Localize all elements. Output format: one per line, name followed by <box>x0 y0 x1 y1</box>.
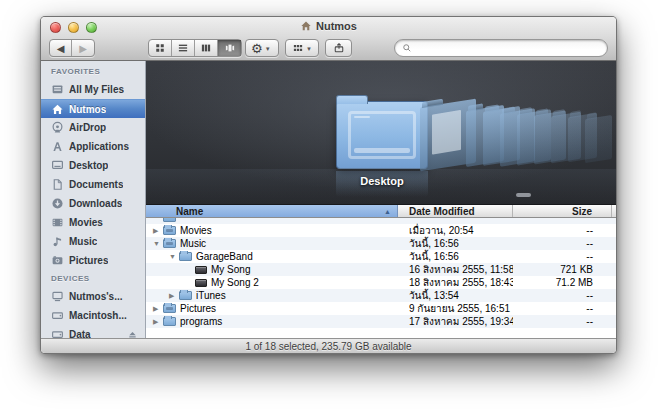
nav-buttons: ◀ ▶ <box>49 39 95 57</box>
folder-pictures-icon <box>163 304 176 313</box>
cover-flow-scroll-handle[interactable] <box>516 193 531 197</box>
search-input[interactable] <box>412 43 607 54</box>
name-cell: ▶programs <box>146 316 398 327</box>
share-icon <box>333 42 345 54</box>
cover-flow-view[interactable]: Desktop <box>146 61 616 205</box>
column-view-button[interactable] <box>195 40 218 56</box>
list-view-button[interactable] <box>172 40 195 56</box>
disclosure-triangle[interactable]: ▶ <box>153 227 163 235</box>
chevron-down-icon: ▼ <box>265 46 271 52</box>
back-button[interactable]: ◀ <box>50 40 72 56</box>
window-title: Nutmos <box>316 20 357 32</box>
name-cell: My Song <box>146 264 398 275</box>
sidebar-item-label: Documents <box>69 179 123 190</box>
desktop-emblem <box>348 111 416 159</box>
sidebar-item-label: Movies <box>69 217 103 228</box>
file-list: ▶Moviesเมื่อวาน, 20:54--▼Musicวันนี้, 16… <box>146 218 616 338</box>
gear-icon: ⚙ <box>251 42 263 55</box>
table-row-clipped[interactable] <box>146 218 616 224</box>
document-emblem <box>432 110 461 154</box>
name-cell: ▶Movies <box>146 225 398 236</box>
sidebar-item-music[interactable]: Music <box>41 232 145 251</box>
name-cell: ▼GarageBand <box>146 251 398 262</box>
table-row-itunes[interactable]: ▶iTunesวันนี้, 13:54-- <box>146 289 616 302</box>
sidebar-item-documents[interactable]: Documents <box>41 175 145 194</box>
table-row-garageband[interactable]: ▼GarageBandวันนี้, 16:56-- <box>146 250 616 263</box>
movies-icon <box>51 216 64 229</box>
sidebar-item-data[interactable]: Data <box>41 325 145 338</box>
status-bar: 1 of 18 selected, 235.79 GB available <box>41 338 616 354</box>
cover-flow-view-button[interactable] <box>218 40 241 56</box>
sidebar-item-applications[interactable]: Applications <box>41 137 145 156</box>
applications-icon <box>51 140 64 153</box>
table-row-pictures[interactable]: ▶Pictures9 กันยายน 2555, 16:51-- <box>146 302 616 315</box>
sidebar-item-desktop[interactable]: Desktop <box>41 156 145 175</box>
sort-ascending-icon: ▲ <box>384 208 391 215</box>
sidebar-item-label: Nutmos <box>69 104 106 115</box>
forward-button[interactable]: ▶ <box>72 40 94 56</box>
disclosure-triangle[interactable]: ▶ <box>169 292 179 300</box>
sidebar-item-label: Data <box>69 329 91 338</box>
sidebar-item-label: Macintosh... <box>69 310 127 321</box>
table-row-my-song[interactable]: My Song16 สิงหาคม 2555, 11:58721 KB <box>146 263 616 276</box>
window-title-area: Nutmos <box>41 20 616 32</box>
folder-icon <box>163 317 176 326</box>
sidebar-item-downloads[interactable]: Downloads <box>41 194 145 213</box>
file-name: programs <box>180 316 222 327</box>
computer-icon <box>51 290 64 303</box>
desktop-folder-icon[interactable] <box>336 101 428 169</box>
status-text: 1 of 18 selected, 235.79 GB available <box>245 341 411 352</box>
column-header-name[interactable]: Name ▲ <box>146 205 398 217</box>
search-field[interactable] <box>394 39 608 57</box>
name-cell <box>146 218 398 222</box>
sidebar-item-macintosh[interactable]: Macintosh... <box>41 306 145 325</box>
date-modified-cell: 17 สิงหาคม 2555, 19:34 <box>398 314 513 329</box>
file-name: GarageBand <box>196 251 253 262</box>
table-row-movies[interactable]: ▶Moviesเมื่อวาน, 20:54-- <box>146 224 616 237</box>
table-row-music[interactable]: ▼Musicวันนี้, 16:56-- <box>146 237 616 250</box>
disclosure-triangle[interactable]: ▶ <box>153 305 163 313</box>
sidebar-item-label: Downloads <box>69 198 122 209</box>
garageband-file-icon <box>195 266 207 274</box>
sidebar-item-nutmos[interactable]: Nutmos <box>41 99 145 118</box>
cover-flow-background-item[interactable] <box>420 99 476 172</box>
disclosure-triangle[interactable]: ▼ <box>169 253 179 260</box>
title-bar[interactable]: Nutmos <box>41 17 616 37</box>
cover-flow-view-icon <box>224 42 236 54</box>
table-row-programs[interactable]: ▶programs17 สิงหาคม 2555, 19:34-- <box>146 315 616 328</box>
folder-icon <box>179 291 192 300</box>
folder-music-icon <box>163 239 176 248</box>
folder-icon <box>163 218 176 222</box>
size-cell: 721 KB <box>513 264 612 275</box>
main-pane: Desktop Name ▲ Date Modified Size <box>146 61 616 338</box>
icon-view-icon <box>154 42 166 54</box>
icon-view-button[interactable] <box>149 40 172 56</box>
action-menu-button[interactable]: ⚙ ▼ <box>245 39 279 57</box>
name-cell: ▼Music <box>146 238 398 249</box>
sidebar-item-all-my-files[interactable]: All My Files <box>41 80 145 99</box>
airdrop-icon <box>51 121 64 134</box>
chevron-down-icon: ▼ <box>306 46 312 52</box>
cover-flow-item-label: Desktop <box>296 175 468 187</box>
eject-icon[interactable] <box>127 329 138 338</box>
sidebar-item-label: Desktop <box>69 160 108 171</box>
disclosure-triangle[interactable]: ▼ <box>153 240 163 247</box>
window-chrome: Nutmos ◀ ▶ ⚙ ▼ ▼ <box>41 17 616 61</box>
sidebar-item-pictures[interactable]: Pictures <box>41 251 145 270</box>
disclosure-triangle[interactable]: ▶ <box>153 318 163 326</box>
sidebar-item-nutmos-s[interactable]: Nutmos's... <box>41 287 145 306</box>
sidebar-item-airdrop[interactable]: AirDrop <box>41 118 145 137</box>
column-header-filler <box>612 205 616 217</box>
file-name: My Song 2 <box>211 277 259 288</box>
view-mode-control <box>148 39 242 57</box>
column-header-size[interactable]: Size <box>513 205 612 217</box>
table-row-my-song-2[interactable]: My Song 218 สิงหาคม 2555, 18:4371.2 MB <box>146 276 616 289</box>
sidebar-item-label: Nutmos's... <box>69 291 123 302</box>
arrange-menu-button[interactable]: ▼ <box>285 39 319 57</box>
sidebar-section-favorites: FAVORITES <box>41 63 145 80</box>
share-button[interactable] <box>325 39 352 57</box>
hard-drive-icon <box>51 309 64 322</box>
sidebar-item-movies[interactable]: Movies <box>41 213 145 232</box>
sidebar-item-label: Applications <box>69 141 129 152</box>
column-header-date-modified[interactable]: Date Modified <box>398 205 513 217</box>
